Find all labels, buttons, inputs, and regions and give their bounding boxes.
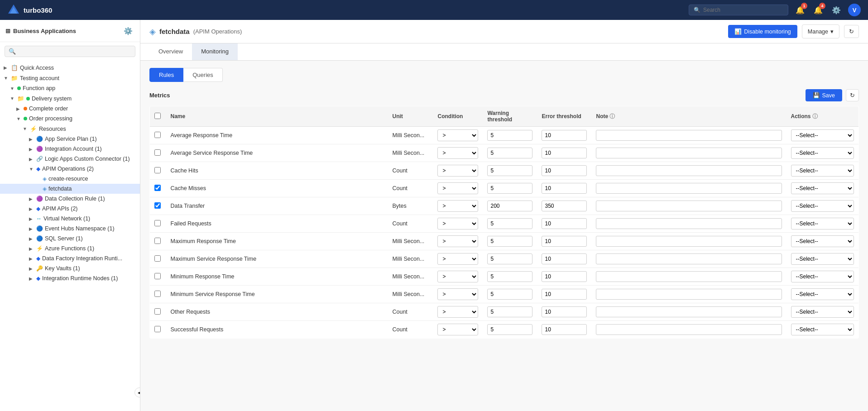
note-input[interactable] — [596, 130, 782, 141]
sidebar-item-create-resource[interactable]: ▶ ◈ create-resource — [0, 174, 140, 184]
error-input[interactable] — [542, 218, 587, 229]
select-all-checkbox[interactable] — [154, 113, 161, 119]
save-btn[interactable]: 💾 Save — [806, 89, 843, 101]
sidebar-item-integration-account[interactable]: ▶ 🟣 Integration Account (1) — [0, 144, 140, 154]
action-select[interactable]: --Select--EmailWebhookSMS — [791, 235, 854, 247]
action-select[interactable]: --Select--EmailWebhookSMS — [791, 129, 854, 141]
note-input[interactable] — [596, 271, 782, 282]
error-input[interactable] — [542, 236, 587, 247]
warning-input[interactable] — [487, 289, 532, 300]
sidebar-item-quick-access[interactable]: ▶ 📋 Quick Access — [0, 62, 140, 73]
action-select[interactable]: --Select--EmailWebhookSMS — [791, 271, 854, 282]
sidebar-item-key-vaults[interactable]: ▶ 🔑 Key Vaults (1) — [0, 263, 140, 273]
sidebar-item-complete-order[interactable]: ▶ Complete order — [0, 104, 140, 114]
row-checkbox[interactable] — [154, 167, 161, 173]
user-avatar[interactable]: V — [848, 4, 861, 16]
condition-select[interactable]: ><>=<== — [437, 253, 478, 265]
note-input[interactable] — [596, 236, 782, 247]
warning-input[interactable] — [487, 324, 532, 335]
notification-btn-1[interactable]: 🔔 1 — [794, 4, 806, 16]
settings-btn[interactable]: ⚙️ — [830, 4, 843, 16]
sidebar-item-virtual-network[interactable]: ▶ ↔ Virtual Network (1) — [0, 214, 140, 224]
table-refresh-btn[interactable]: ↻ — [846, 89, 859, 101]
sidebar-settings-btn[interactable]: ⚙️ — [122, 24, 134, 37]
condition-select[interactable]: ><>=<== — [437, 271, 478, 282]
error-input[interactable] — [542, 271, 587, 282]
note-input[interactable] — [596, 201, 782, 211]
warning-input[interactable] — [487, 218, 532, 229]
manage-btn[interactable]: Manage ▾ — [802, 24, 839, 38]
condition-select[interactable]: ><>=<== — [437, 129, 478, 141]
sidebar-item-app-service-plan[interactable]: ▶ 🔵 App Service Plan (1) — [0, 134, 140, 144]
action-select[interactable]: --Select--EmailWebhookSMS — [791, 200, 854, 212]
action-select[interactable]: --Select--EmailWebhookSMS — [791, 324, 854, 335]
condition-select[interactable]: ><>=<== — [437, 324, 478, 335]
warning-input[interactable] — [487, 271, 532, 282]
sidebar-item-resources[interactable]: ▼ ⚡ Resources — [0, 124, 140, 134]
note-input[interactable] — [596, 289, 782, 300]
sidebar-item-function-app[interactable]: ▼ Function app — [0, 83, 140, 93]
tab-monitoring[interactable]: Monitoring — [192, 43, 238, 60]
sidebar-item-logic-apps-connector[interactable]: ▶ 🔗 Logic Apps Custom Connector (1) — [0, 154, 140, 164]
sidebar-item-apim-apis[interactable]: ▶ ◆ APIM APIs (2) — [0, 204, 140, 214]
sidebar-item-fetchdata[interactable]: ▶ ◈ fetchdata — [0, 184, 140, 194]
error-input[interactable] — [542, 306, 587, 317]
error-input[interactable] — [542, 324, 587, 335]
row-checkbox[interactable] — [154, 238, 161, 244]
warning-input[interactable] — [487, 201, 532, 211]
error-input[interactable] — [542, 289, 587, 300]
sidebar-item-order-processing[interactable]: ▼ Order processing — [0, 114, 140, 124]
row-checkbox[interactable] — [154, 132, 161, 138]
sidebar-item-azure-functions[interactable]: ▶ ⚡ Azure Functions (1) — [0, 244, 140, 253]
error-input[interactable] — [542, 201, 587, 211]
sidebar-item-sql-server[interactable]: ▶ 🔵 SQL Server (1) — [0, 234, 140, 244]
sidebar-item-event-hubs[interactable]: ▶ 🔵 Event Hubs Namespace (1) — [0, 224, 140, 234]
condition-select[interactable]: ><>=<== — [437, 182, 478, 194]
sidebar-item-apim-operations[interactable]: ▼ ◆ APIM Operations (2) — [0, 164, 140, 174]
notification-btn-2[interactable]: 🔔 4 — [812, 4, 825, 16]
action-select[interactable]: --Select--EmailWebhookSMS — [791, 306, 854, 318]
inner-tab-rules[interactable]: Rules — [149, 68, 183, 82]
action-select[interactable]: --Select--EmailWebhookSMS — [791, 182, 854, 194]
error-input[interactable] — [542, 183, 587, 194]
condition-select[interactable]: ><>=<== — [437, 306, 478, 318]
note-input[interactable] — [596, 253, 782, 264]
row-checkbox[interactable] — [154, 185, 161, 191]
search-input[interactable] — [703, 7, 776, 13]
row-checkbox[interactable] — [154, 255, 161, 262]
condition-select[interactable]: ><>=<== — [437, 165, 478, 177]
warning-input[interactable] — [487, 130, 532, 141]
error-input[interactable] — [542, 148, 587, 158]
note-input[interactable] — [596, 218, 782, 229]
warning-input[interactable] — [487, 236, 532, 247]
action-select[interactable]: --Select--EmailWebhookSMS — [791, 288, 854, 300]
sidebar-item-testing-account[interactable]: ▼ 📁 Testing account — [0, 73, 140, 83]
row-checkbox[interactable] — [154, 273, 161, 279]
condition-select[interactable]: ><>=<== — [437, 288, 478, 300]
global-search[interactable]: 🔍 — [689, 5, 788, 15]
note-input[interactable] — [596, 306, 782, 317]
error-input[interactable] — [542, 165, 587, 176]
note-input[interactable] — [596, 183, 782, 194]
action-select[interactable]: --Select--EmailWebhookSMS — [791, 253, 854, 265]
warning-input[interactable] — [487, 165, 532, 176]
condition-select[interactable]: ><>=<== — [437, 235, 478, 247]
sidebar-item-integration-runtime[interactable]: ▶ ◆ Integration Runtime Nodes (1) — [0, 273, 140, 283]
inner-tab-queries[interactable]: Queries — [183, 68, 223, 82]
warning-input[interactable] — [487, 183, 532, 194]
disable-monitoring-btn[interactable]: 📊 Disable monitoring — [728, 25, 797, 38]
error-input[interactable] — [542, 253, 587, 264]
note-input[interactable] — [596, 324, 782, 335]
note-input[interactable] — [596, 165, 782, 176]
tab-overview[interactable]: Overview — [149, 43, 192, 60]
action-select[interactable]: --Select--EmailWebhookSMS — [791, 165, 854, 177]
action-select[interactable]: --Select--EmailWebhookSMS — [791, 218, 854, 229]
sidebar-item-delivery-system[interactable]: ▼ 📁 Delivery system — [0, 93, 140, 104]
warning-input[interactable] — [487, 306, 532, 317]
row-checkbox[interactable] — [154, 326, 161, 332]
action-select[interactable]: --Select--EmailWebhookSMS — [791, 147, 854, 159]
row-checkbox[interactable] — [154, 308, 161, 315]
row-checkbox[interactable] — [154, 220, 161, 226]
sidebar-search-input[interactable] — [19, 48, 131, 55]
row-checkbox[interactable] — [154, 291, 161, 297]
